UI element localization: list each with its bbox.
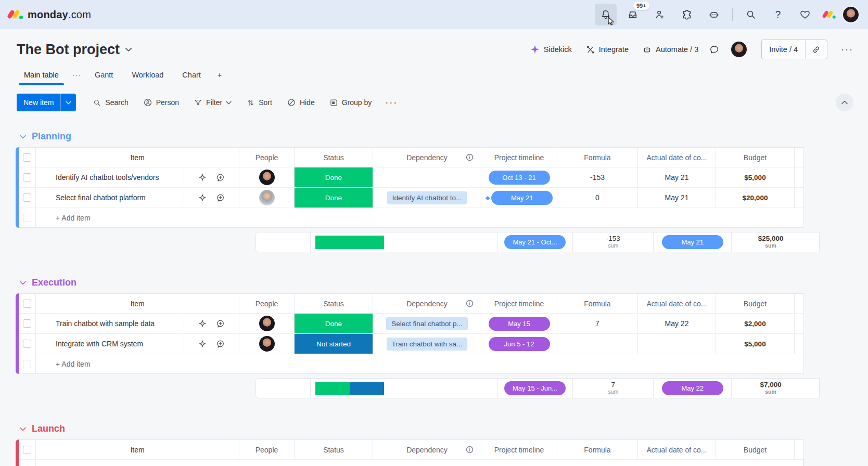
column-people[interactable]: People [239, 294, 295, 313]
budget-cell[interactable]: $5,000 [716, 167, 795, 187]
invite-members-button[interactable] [649, 4, 671, 25]
status-distribution-cell[interactable] [311, 232, 389, 252]
whats-new-button[interactable] [794, 4, 816, 25]
select-all-checkbox[interactable] [23, 153, 31, 162]
timeline-cell[interactable]: Oct 13 - 21 [481, 167, 557, 187]
automate-button[interactable]: Automate / 3 [642, 45, 698, 55]
board-title[interactable]: The Bot project [17, 42, 132, 58]
tab-menu-dots[interactable]: ··· [70, 67, 83, 85]
dependency-cell[interactable]: Select final chatbot p... [373, 314, 481, 333]
column-budget[interactable]: Budget [716, 440, 795, 459]
search-button[interactable] [740, 4, 762, 25]
board-more-options-button[interactable]: ··· [841, 44, 853, 55]
sidekick-button[interactable]: Sidekick [530, 44, 572, 55]
formula-cell[interactable]: 7 [557, 314, 638, 333]
column-formula[interactable]: Formula [557, 440, 638, 459]
item-cell[interactable]: Train chatbot with sample data [36, 314, 239, 333]
people-cell[interactable] [239, 314, 295, 333]
column-timeline[interactable]: Project timeline [481, 440, 557, 459]
row-checkbox[interactable] [23, 319, 31, 328]
column-item[interactable]: Item [36, 440, 239, 459]
column-actual-date[interactable]: Actual date of co... [638, 148, 716, 167]
column-actual-date[interactable]: Actual date of co... [638, 294, 716, 313]
add-update-icon[interactable] [215, 193, 225, 203]
sort-tool[interactable]: Sort [240, 95, 278, 111]
item-cell[interactable]: Identify AI chatbot tools/vendors [36, 167, 239, 187]
monday-logo[interactable]: monday.com [7, 9, 91, 21]
column-timeline[interactable]: Project timeline [481, 294, 557, 313]
column-people[interactable]: People [239, 148, 295, 167]
status-cell[interactable]: Done [295, 167, 373, 187]
select-all-checkbox[interactable] [23, 446, 31, 454]
invite-button[interactable]: Invite / 4 [761, 40, 827, 59]
add-item-row[interactable]: + Add item [19, 354, 803, 373]
budget-cell[interactable]: $2,000 [716, 314, 795, 333]
add-update-icon[interactable] [215, 339, 225, 349]
status-distribution-cell[interactable] [311, 379, 389, 398]
item-cell[interactable]: Select final chatbot platform [36, 188, 239, 208]
column-timeline[interactable]: Project timeline [481, 148, 557, 167]
column-status[interactable]: Status [295, 440, 373, 459]
actual-date-cell[interactable]: May 22 [638, 314, 716, 333]
budget-cell[interactable]: $20,000 [716, 188, 795, 208]
ai-sparkle-icon[interactable] [198, 193, 207, 202]
timeline-cell[interactable]: Jun 5 - 12 [481, 334, 557, 354]
person-filter-tool[interactable]: Person [137, 94, 185, 111]
notifications-button[interactable] [595, 4, 617, 25]
new-item-button[interactable]: New item [17, 94, 76, 111]
formula-cell[interactable]: -153 [557, 167, 638, 187]
tab-gantt[interactable]: Gantt [87, 67, 120, 85]
row-checkbox[interactable] [23, 340, 31, 348]
board-chat-button[interactable] [709, 44, 720, 55]
toolbar-more-options[interactable]: ··· [380, 97, 403, 108]
column-formula[interactable]: Formula [557, 148, 638, 167]
ai-sparkle-icon[interactable] [198, 319, 207, 328]
ai-sparkle-icon[interactable] [198, 339, 207, 348]
add-update-icon[interactable] [215, 173, 225, 183]
column-dependency[interactable]: Dependency [373, 440, 481, 459]
column-item[interactable]: Item [36, 294, 239, 313]
actual-date-cell[interactable] [638, 334, 716, 354]
people-cell[interactable] [239, 167, 295, 187]
timeline-summary-pill[interactable]: May 21 - Oct... [504, 235, 566, 249]
actual-date-cell[interactable]: May 21 [638, 167, 716, 187]
people-cell[interactable] [239, 334, 295, 354]
dependency-cell[interactable]: Identify AI chatbot to... [373, 188, 481, 208]
row-checkbox[interactable] [23, 193, 31, 202]
hide-tool[interactable]: Hide [280, 94, 321, 111]
actual-date-cell[interactable]: May 21 [638, 188, 716, 208]
timeline-summary-pill[interactable]: May 15 - Jun... [504, 381, 566, 395]
collapse-header-button[interactable] [836, 94, 853, 111]
dependency-cell[interactable] [373, 167, 481, 187]
dependency-cell[interactable]: Train chatbot with sa... [373, 334, 481, 354]
actual-date-summary-pill[interactable]: May 21 [662, 235, 723, 249]
new-item-dropdown[interactable] [60, 94, 76, 111]
column-budget[interactable]: Budget [716, 148, 795, 167]
assistant-button[interactable] [703, 4, 725, 25]
column-formula[interactable]: Formula [557, 294, 638, 313]
row-checkbox[interactable] [23, 173, 31, 182]
column-status[interactable]: Status [295, 148, 373, 167]
tab-chart[interactable]: Chart [175, 67, 208, 85]
column-status[interactable]: Status [295, 294, 373, 313]
add-item-row[interactable]: + Add item [19, 208, 803, 227]
board-owner-avatar[interactable] [730, 41, 748, 58]
people-cell[interactable] [239, 188, 295, 208]
tab-main-table[interactable]: Main table [17, 67, 66, 85]
apps-marketplace-button[interactable] [676, 4, 698, 25]
group-execution-title[interactable]: Execution [20, 277, 868, 288]
timeline-cell[interactable]: May 15 [481, 314, 557, 333]
help-button[interactable]: ? [767, 4, 789, 25]
status-cell[interactable]: Not started [295, 334, 373, 354]
column-dependency[interactable]: Dependency [373, 148, 481, 167]
add-view-button[interactable]: + [212, 67, 227, 85]
search-tool[interactable]: Search [86, 95, 134, 111]
actual-date-summary-pill[interactable]: May 22 [662, 381, 723, 395]
status-cell[interactable]: Done [295, 188, 373, 208]
column-actual-date[interactable]: Actual date of co... [638, 440, 716, 459]
group-planning-title[interactable]: Planning [20, 131, 868, 142]
select-all-checkbox[interactable] [23, 300, 31, 308]
timeline-cell[interactable]: ◆May 21 [481, 188, 557, 208]
column-people[interactable]: People [239, 440, 295, 459]
group-by-tool[interactable]: Group by [323, 95, 378, 111]
